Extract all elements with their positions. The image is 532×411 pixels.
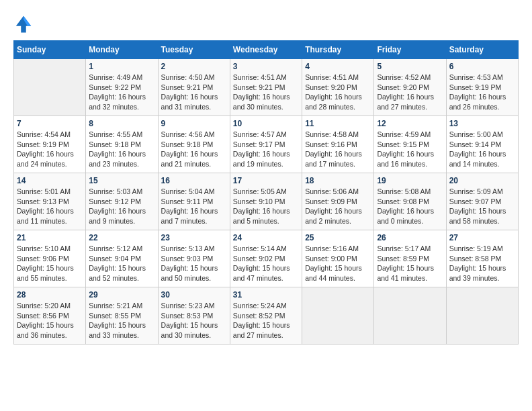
cell-info: Sunrise: 4:56 AMSunset: 9:18 PMDaylight:… [161,130,227,169]
day-number: 25 [305,233,371,242]
day-number: 2 [161,62,227,71]
day-number: 5 [377,62,443,71]
calendar-cell: 22Sunrise: 5:12 AMSunset: 9:04 PMDayligh… [86,230,158,287]
day-number: 31 [233,290,299,300]
cell-info: Sunrise: 5:10 AMSunset: 9:06 PMDaylight:… [17,244,83,283]
calendar-cell: 5Sunrise: 4:52 AMSunset: 9:20 PMDaylight… [374,59,446,116]
calendar-cell: 12Sunrise: 4:59 AMSunset: 9:15 PMDayligh… [374,116,446,173]
cell-info: Sunrise: 4:55 AMSunset: 9:18 PMDaylight:… [89,130,154,169]
calendar-cell: 20Sunrise: 5:09 AMSunset: 9:07 PMDayligh… [446,173,518,230]
day-number: 16 [161,176,227,185]
calendar-cell: 7Sunrise: 4:54 AMSunset: 9:19 PMDaylight… [14,116,86,173]
calendar-cell: 18Sunrise: 5:06 AMSunset: 9:09 PMDayligh… [302,173,374,230]
calendar-cell: 21Sunrise: 5:10 AMSunset: 9:06 PMDayligh… [14,230,86,287]
day-number: 14 [17,176,83,185]
cell-info: Sunrise: 5:21 AMSunset: 8:55 PMDaylight:… [89,301,154,340]
cell-info: Sunrise: 5:17 AMSunset: 8:59 PMDaylight:… [377,244,443,283]
calendar-cell: 25Sunrise: 5:16 AMSunset: 9:00 PMDayligh… [302,230,374,287]
cell-info: Sunrise: 5:20 AMSunset: 8:56 PMDaylight:… [17,301,83,340]
calendar-cell [14,59,86,116]
calendar-cell: 16Sunrise: 5:04 AMSunset: 9:11 PMDayligh… [158,173,230,230]
calendar-cell [302,287,374,345]
header-tuesday: Tuesday [158,41,230,59]
day-number: 4 [305,62,371,71]
day-number: 6 [449,62,515,71]
page-header [13,13,519,34]
day-number: 17 [233,176,299,185]
calendar-cell: 26Sunrise: 5:17 AMSunset: 8:59 PMDayligh… [374,230,446,287]
header-friday: Friday [374,41,446,59]
cell-info: Sunrise: 5:12 AMSunset: 9:04 PMDaylight:… [89,244,154,283]
header-thursday: Thursday [302,41,374,59]
calendar-cell: 3Sunrise: 4:51 AMSunset: 9:21 PMDaylight… [230,59,302,116]
day-number: 19 [377,176,443,185]
cell-info: Sunrise: 5:24 AMSunset: 8:52 PMDaylight:… [233,301,299,340]
header-sunday: Sunday [14,41,86,59]
week-row-5: 28Sunrise: 5:20 AMSunset: 8:56 PMDayligh… [14,287,519,345]
week-row-2: 7Sunrise: 4:54 AMSunset: 9:19 PMDaylight… [14,116,519,173]
calendar-cell: 19Sunrise: 5:08 AMSunset: 9:08 PMDayligh… [374,173,446,230]
calendar-cell: 27Sunrise: 5:19 AMSunset: 8:58 PMDayligh… [446,230,518,287]
cell-info: Sunrise: 4:53 AMSunset: 9:19 PMDaylight:… [449,73,515,112]
day-number: 28 [17,290,83,300]
calendar-cell: 24Sunrise: 5:14 AMSunset: 9:02 PMDayligh… [230,230,302,287]
day-number: 8 [89,119,154,128]
calendar-cell: 23Sunrise: 5:13 AMSunset: 9:03 PMDayligh… [158,230,230,287]
calendar-cell: 30Sunrise: 5:23 AMSunset: 8:53 PMDayligh… [158,287,230,345]
cell-info: Sunrise: 5:13 AMSunset: 9:03 PMDaylight:… [161,244,227,283]
cell-info: Sunrise: 5:23 AMSunset: 8:53 PMDaylight:… [161,301,227,340]
calendar-cell: 11Sunrise: 4:58 AMSunset: 9:16 PMDayligh… [302,116,374,173]
day-number: 10 [233,119,299,128]
calendar-cell: 31Sunrise: 5:24 AMSunset: 8:52 PMDayligh… [230,287,302,345]
day-number: 20 [449,176,515,185]
day-number: 11 [305,119,371,128]
calendar-cell: 6Sunrise: 4:53 AMSunset: 9:19 PMDaylight… [446,59,518,116]
cell-info: Sunrise: 4:58 AMSunset: 9:16 PMDaylight:… [305,130,371,169]
day-number: 7 [17,119,83,128]
logo-icon [13,13,34,34]
cell-info: Sunrise: 5:06 AMSunset: 9:09 PMDaylight:… [305,187,371,226]
day-number: 18 [305,176,371,185]
calendar-table: SundayMondayTuesdayWednesdayThursdayFrid… [13,40,519,345]
logo [13,13,36,34]
cell-info: Sunrise: 4:50 AMSunset: 9:21 PMDaylight:… [161,73,227,112]
day-number: 12 [377,119,443,128]
cell-info: Sunrise: 5:03 AMSunset: 9:12 PMDaylight:… [89,187,154,226]
day-number: 30 [161,290,227,300]
day-number: 29 [89,290,154,300]
header-monday: Monday [86,41,158,59]
day-number: 9 [161,119,227,128]
calendar-cell: 10Sunrise: 4:57 AMSunset: 9:17 PMDayligh… [230,116,302,173]
calendar-cell [446,287,518,345]
calendar-cell: 15Sunrise: 5:03 AMSunset: 9:12 PMDayligh… [86,173,158,230]
calendar-cell: 14Sunrise: 5:01 AMSunset: 9:13 PMDayligh… [14,173,86,230]
day-number: 27 [449,233,515,242]
day-number: 21 [17,233,83,242]
day-number: 15 [89,176,154,185]
calendar-cell: 13Sunrise: 5:00 AMSunset: 9:14 PMDayligh… [446,116,518,173]
calendar-cell: 1Sunrise: 4:49 AMSunset: 9:22 PMDaylight… [86,59,158,116]
day-number: 24 [233,233,299,242]
day-number: 3 [233,62,299,71]
calendar-cell: 17Sunrise: 5:05 AMSunset: 9:10 PMDayligh… [230,173,302,230]
calendar-cell: 29Sunrise: 5:21 AMSunset: 8:55 PMDayligh… [86,287,158,345]
day-number: 22 [89,233,154,242]
cell-info: Sunrise: 5:14 AMSunset: 9:02 PMDaylight:… [233,244,299,283]
day-number: 26 [377,233,443,242]
cell-info: Sunrise: 5:05 AMSunset: 9:10 PMDaylight:… [233,187,299,226]
cell-info: Sunrise: 4:52 AMSunset: 9:20 PMDaylight:… [377,73,443,112]
cell-info: Sunrise: 4:59 AMSunset: 9:15 PMDaylight:… [377,130,443,169]
cell-info: Sunrise: 5:16 AMSunset: 9:00 PMDaylight:… [305,244,371,283]
calendar-header-row: SundayMondayTuesdayWednesdayThursdayFrid… [14,41,519,59]
week-row-1: 1Sunrise: 4:49 AMSunset: 9:22 PMDaylight… [14,59,519,116]
cell-info: Sunrise: 4:57 AMSunset: 9:17 PMDaylight:… [233,130,299,169]
day-number: 13 [449,119,515,128]
cell-info: Sunrise: 5:19 AMSunset: 8:58 PMDaylight:… [449,244,515,283]
cell-info: Sunrise: 4:51 AMSunset: 9:20 PMDaylight:… [305,73,371,112]
cell-info: Sunrise: 5:00 AMSunset: 9:14 PMDaylight:… [449,130,515,169]
calendar-cell [374,287,446,345]
cell-info: Sunrise: 4:54 AMSunset: 9:19 PMDaylight:… [17,130,83,169]
week-row-3: 14Sunrise: 5:01 AMSunset: 9:13 PMDayligh… [14,173,519,230]
calendar-cell: 9Sunrise: 4:56 AMSunset: 9:18 PMDaylight… [158,116,230,173]
calendar-cell: 28Sunrise: 5:20 AMSunset: 8:56 PMDayligh… [14,287,86,345]
